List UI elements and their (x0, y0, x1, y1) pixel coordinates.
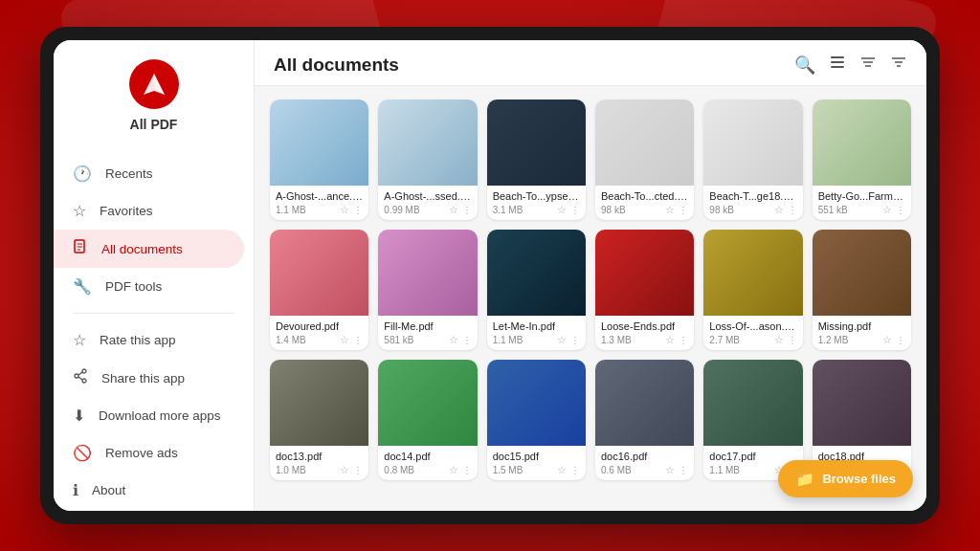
doc-card[interactable]: Beach-To...ypse.pdf 3.1 MB ☆ ⋮ (487, 99, 586, 220)
doc-actions: ☆ ⋮ (665, 334, 688, 346)
doc-card[interactable]: Let-Me-In.pdf 1.1 MB ☆ ⋮ (487, 230, 586, 350)
filter-icon[interactable] (890, 54, 907, 76)
more-icon[interactable]: ⋮ (462, 335, 472, 345)
more-icon[interactable]: ⋮ (679, 205, 688, 215)
more-icon[interactable]: ⋮ (788, 335, 797, 345)
doc-size: 1.4 MB (276, 335, 306, 345)
star-icon[interactable]: ☆ (774, 334, 784, 346)
doc-thumbnail (703, 360, 802, 446)
doc-thumbnail (270, 230, 368, 316)
doc-meta: 581 kB ☆ ⋮ (384, 334, 471, 346)
sidebar-item-favorites[interactable]: ☆ Favorites (54, 192, 244, 230)
doc-card[interactable]: Beach-T...ge18.pdf 98 kB ☆ ⋮ (703, 99, 802, 220)
doc-card[interactable]: Fill-Me.pdf 581 kB ☆ ⋮ (378, 230, 477, 350)
doc-name: Fill-Me.pdf (384, 320, 471, 332)
doc-thumbnail (378, 99, 477, 186)
doc-info: Loss-Of-...ason.pdf 2.7 MB ☆ ⋮ (703, 316, 802, 350)
sidebar-item-share[interactable]: Share this app (54, 359, 244, 397)
star-icon[interactable]: ☆ (449, 334, 458, 346)
about-icon: ℹ (73, 481, 78, 499)
doc-card[interactable]: A-Ghost-...ance.pdf 1.1 MB ☆ ⋮ (270, 99, 368, 220)
doc-card[interactable]: Missing.pdf 1.2 MB ☆ ⋮ (813, 230, 911, 350)
favorites-icon: ☆ (73, 202, 86, 220)
doc-card[interactable]: doc14.pdf 0.8 MB ☆ ⋮ (378, 360, 477, 480)
doc-name: Beach-T...ge18.pdf (709, 190, 796, 202)
doc-card[interactable]: Devoured.pdf 1.4 MB ☆ ⋮ (270, 230, 368, 350)
more-icon[interactable]: ⋮ (570, 465, 580, 475)
star-icon[interactable]: ☆ (557, 464, 567, 476)
doc-meta: 0.6 MB ☆ ⋮ (601, 464, 688, 476)
doc-card[interactable]: A-Ghost-...ssed.pdf 0.99 MB ☆ ⋮ (378, 99, 477, 220)
star-icon[interactable]: ☆ (340, 334, 349, 346)
sidebar-item-rate[interactable]: ☆ Rate this app (54, 321, 244, 359)
doc-size: 3.1 MB (493, 205, 523, 215)
star-icon[interactable]: ☆ (665, 204, 675, 216)
download-icon: ⬇ (73, 407, 85, 425)
sidebar-item-pdf-tools[interactable]: 🔧 PDF tools (54, 268, 244, 305)
doc-card[interactable]: Betty-Go...Farm.pdf 551 kB ☆ ⋮ (813, 99, 911, 220)
sidebar-item-remove-ads[interactable]: 🚫 Remove ads (54, 434, 244, 472)
more-icon[interactable]: ⋮ (353, 465, 363, 475)
star-icon[interactable]: ☆ (665, 334, 675, 346)
star-icon[interactable]: ☆ (449, 204, 458, 216)
doc-card[interactable]: doc15.pdf 1.5 MB ☆ ⋮ (487, 360, 586, 480)
doc-card[interactable]: doc13.pdf 1.0 MB ☆ ⋮ (270, 360, 368, 480)
search-icon[interactable]: 🔍 (794, 55, 815, 76)
doc-size: 1.5 MB (493, 465, 523, 475)
more-icon[interactable]: ⋮ (679, 335, 688, 345)
sidebar: All PDF 🕐 Recents ☆ Favorites (54, 40, 255, 511)
doc-actions: ☆ ⋮ (449, 204, 472, 216)
doc-info: doc14.pdf 0.8 MB ☆ ⋮ (378, 446, 477, 480)
more-icon[interactable]: ⋮ (462, 465, 472, 475)
more-icon[interactable]: ⋮ (462, 205, 472, 215)
star-icon[interactable]: ☆ (882, 334, 892, 346)
doc-thumbnail (813, 99, 911, 186)
doc-meta: 0.99 MB ☆ ⋮ (384, 204, 471, 216)
doc-size: 1.1 MB (493, 335, 523, 345)
documents-grid: A-Ghost-...ance.pdf 1.1 MB ☆ ⋮ A-Ghost-.… (255, 86, 926, 511)
doc-info: Betty-Go...Farm.pdf 551 kB ☆ ⋮ (813, 186, 911, 220)
doc-card[interactable]: Loose-Ends.pdf 1.3 MB ☆ ⋮ (595, 230, 694, 350)
doc-size: 1.1 MB (276, 205, 306, 215)
doc-thumbnail (813, 360, 911, 446)
main-content: All documents 🔍 (255, 40, 926, 511)
more-icon[interactable]: ⋮ (570, 205, 580, 215)
list-view-icon[interactable] (829, 54, 846, 76)
doc-name: doc17.pdf (709, 451, 796, 462)
more-icon[interactable]: ⋮ (896, 205, 905, 215)
sidebar-item-download[interactable]: ⬇ Download more apps (54, 397, 244, 434)
star-icon[interactable]: ☆ (665, 464, 675, 476)
star-icon[interactable]: ☆ (774, 204, 784, 216)
svg-rect-9 (831, 56, 844, 58)
browse-files-button[interactable]: 📁 Browse files (778, 460, 913, 497)
more-icon[interactable]: ⋮ (788, 205, 797, 215)
star-icon[interactable]: ☆ (882, 204, 892, 216)
doc-card[interactable]: Loss-Of-...ason.pdf 2.7 MB ☆ ⋮ (703, 230, 802, 350)
more-icon[interactable]: ⋮ (570, 335, 580, 345)
more-icon[interactable]: ⋮ (353, 335, 363, 345)
star-icon[interactable]: ☆ (557, 204, 567, 216)
doc-size: 0.8 MB (384, 465, 414, 475)
doc-size: 581 kB (384, 335, 413, 345)
more-icon[interactable]: ⋮ (679, 465, 688, 475)
star-icon[interactable]: ☆ (557, 334, 567, 346)
more-icon[interactable]: ⋮ (896, 335, 905, 345)
star-icon[interactable]: ☆ (340, 204, 349, 216)
doc-size: 0.99 MB (384, 205, 419, 215)
doc-card[interactable]: doc16.pdf 0.6 MB ☆ ⋮ (595, 360, 694, 480)
doc-size: 0.6 MB (601, 465, 632, 475)
sidebar-item-settings[interactable]: ⚙ Settings (54, 509, 244, 511)
star-icon[interactable]: ☆ (340, 464, 349, 476)
sidebar-item-all-documents[interactable]: All documents (54, 230, 244, 268)
sidebar-item-about[interactable]: ℹ About (54, 472, 244, 509)
doc-info: Devoured.pdf 1.4 MB ☆ ⋮ (270, 316, 368, 350)
sort-icon[interactable] (859, 54, 877, 76)
doc-card[interactable]: Beach-To...cted.pdf 98 kB ☆ ⋮ (595, 99, 694, 220)
star-icon[interactable]: ☆ (449, 464, 458, 476)
more-icon[interactable]: ⋮ (353, 205, 363, 215)
sidebar-item-recents[interactable]: 🕐 Recents (54, 155, 244, 192)
doc-thumbnail (703, 99, 802, 186)
doc-meta: 1.1 MB ☆ ⋮ (493, 334, 580, 346)
doc-name: doc14.pdf (384, 451, 471, 462)
doc-info: Fill-Me.pdf 581 kB ☆ ⋮ (378, 316, 477, 350)
